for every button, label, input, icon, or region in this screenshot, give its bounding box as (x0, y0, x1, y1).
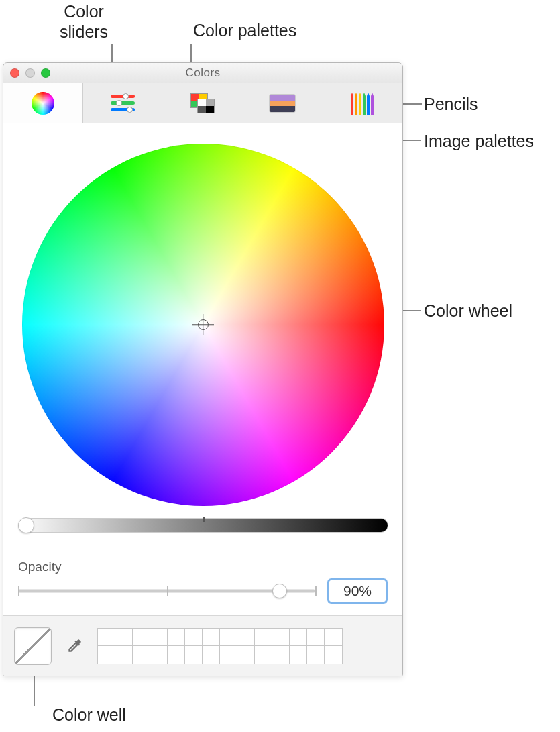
opacity-label: Opacity (18, 560, 388, 574)
swatches-grid[interactable] (97, 628, 343, 664)
swatch-cell[interactable] (272, 646, 290, 664)
callout-palettes: Color palettes (193, 20, 296, 40)
color-wheel-canvas (22, 144, 384, 506)
opacity-tick (167, 586, 168, 596)
swatch-cell[interactable] (290, 629, 307, 646)
callout-pencils: Pencils (424, 94, 478, 114)
opacity-field[interactable] (327, 578, 388, 604)
swatch-cell[interactable] (255, 629, 272, 646)
swatch-cell[interactable] (237, 646, 255, 664)
palettes-icon (190, 93, 215, 113)
zoom-icon[interactable] (41, 68, 50, 78)
color-wheel-icon (32, 92, 54, 115)
swatch-cell[interactable] (185, 646, 203, 664)
swatch-cell[interactable] (168, 629, 185, 646)
close-icon[interactable] (10, 68, 19, 78)
swatch-cell[interactable] (220, 629, 237, 646)
swatch-cell[interactable] (220, 646, 237, 664)
tab-pencils[interactable] (323, 83, 402, 123)
swatch-cell[interactable] (98, 646, 115, 664)
swatch-cell[interactable] (98, 629, 115, 646)
swatch-cell[interactable] (255, 646, 272, 664)
swatch-cell[interactable] (133, 629, 150, 646)
swatch-cell[interactable] (272, 629, 290, 646)
swatch-cell[interactable] (133, 646, 150, 664)
swatch-cell[interactable] (290, 646, 307, 664)
eyedropper-icon (66, 637, 83, 655)
window-title: Colors (3, 66, 402, 80)
pencils-icon (349, 92, 376, 115)
opacity-thumb[interactable] (272, 584, 287, 598)
color-well[interactable] (14, 627, 52, 665)
titlebar: Colors (3, 63, 402, 83)
swatch-cell[interactable] (307, 646, 325, 664)
content-area: Opacity (3, 123, 402, 615)
swatch-cell[interactable] (237, 629, 255, 646)
brightness-mid-tick (203, 517, 205, 522)
minimize-icon[interactable] (25, 68, 35, 78)
tab-color-palettes[interactable] (163, 83, 243, 123)
callout-image: Image palettes (424, 131, 534, 151)
opacity-tick (18, 586, 19, 596)
callout-line (34, 674, 35, 706)
swatch-cell[interactable] (325, 646, 342, 664)
swatch-cell[interactable] (325, 629, 342, 646)
opacity-tick (315, 586, 317, 596)
opacity-slider[interactable] (18, 584, 315, 598)
image-palette-icon (269, 94, 296, 113)
swatch-cell[interactable] (168, 646, 185, 664)
callout-wheel: Color wheel (424, 301, 512, 321)
tab-color-sliders[interactable] (83, 83, 163, 123)
footer (3, 615, 402, 676)
sliders-icon (111, 95, 135, 112)
swatch-cell[interactable] (150, 629, 168, 646)
swatch-cell[interactable] (203, 646, 220, 664)
callout-well: Color well (52, 704, 126, 725)
swatch-cell[interactable] (203, 629, 220, 646)
swatch-cell[interactable] (150, 646, 168, 664)
eyedropper-button[interactable] (64, 635, 85, 657)
callout-sliders: Colorsliders (47, 1, 121, 42)
opacity-section: Opacity (15, 560, 390, 604)
picker-mode-tabs (3, 83, 402, 123)
swatch-cell[interactable] (115, 629, 133, 646)
swatch-cell[interactable] (115, 646, 133, 664)
swatch-cell[interactable] (185, 629, 203, 646)
color-wheel[interactable] (22, 144, 384, 506)
brightness-thumb[interactable] (18, 517, 34, 533)
colors-window: Colors (3, 62, 403, 676)
tab-image-palettes[interactable] (243, 83, 323, 123)
window-controls (3, 68, 50, 78)
brightness-slider[interactable] (18, 518, 388, 533)
swatch-cell[interactable] (307, 629, 325, 646)
tab-color-wheel[interactable] (3, 83, 83, 123)
